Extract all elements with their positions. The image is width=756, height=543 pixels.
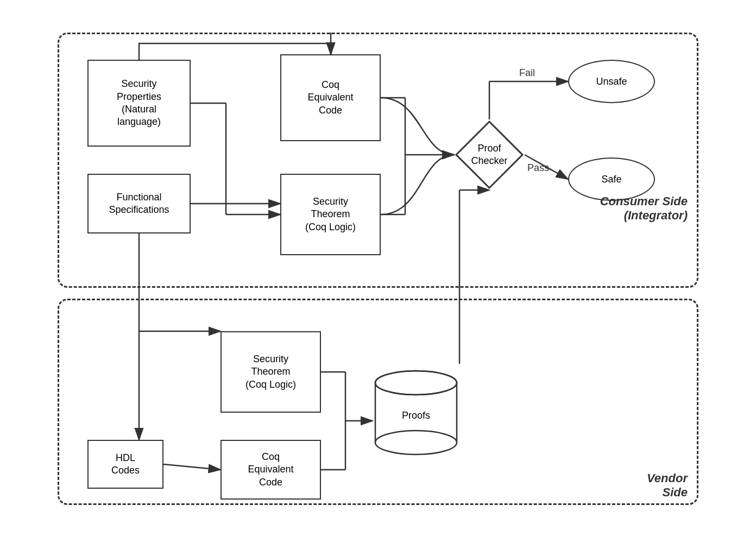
coq-equiv-code-vendor-node: Coq Equivalent Code <box>220 440 321 500</box>
proofs-node: Proofs <box>373 364 459 456</box>
proof-checker-node: Proof Checker <box>454 119 525 190</box>
consumer-side-label: Consumer Side (Integrator) <box>600 194 688 223</box>
vendor-side-label: Vendor Side <box>647 471 688 500</box>
security-properties-node: Security Properties (Natural language) <box>87 60 191 147</box>
svg-point-4 <box>376 372 456 394</box>
hdl-codes-node: HDL Codes <box>87 440 163 489</box>
coq-equiv-code-consumer-node: Coq Equivalent Code <box>280 54 381 141</box>
functional-specs-node: Functional Specifications <box>87 174 191 233</box>
security-theorem-consumer-node: Security Theorem (Coq Logic) <box>280 174 381 255</box>
diagram-container: Security Properties (Natural language) F… <box>52 27 704 516</box>
svg-point-2 <box>375 431 457 454</box>
unsafe-node: Unsafe <box>568 60 655 103</box>
security-theorem-vendor-node: Security Theorem (Coq Logic) <box>220 331 321 413</box>
